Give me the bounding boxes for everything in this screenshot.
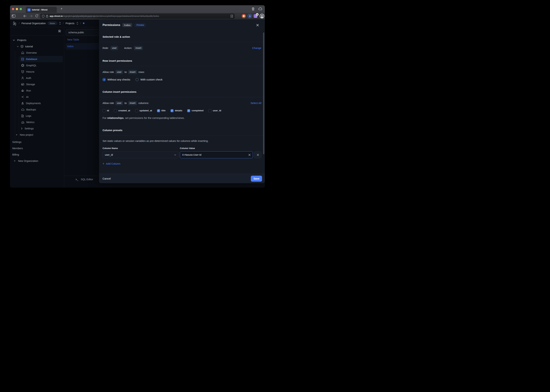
back-icon[interactable] bbox=[23, 14, 27, 18]
project-switcher-chevrons-icon[interactable] bbox=[77, 22, 78, 25]
radio-custom-check[interactable]: With custom check bbox=[135, 78, 162, 81]
checkbox-id[interactable]: ✓ id bbox=[103, 109, 109, 112]
schema-select-value: schema.public bbox=[68, 31, 84, 34]
new-project-button[interactable]: + New project bbox=[10, 132, 64, 138]
radio-label: With custom check bbox=[140, 78, 162, 81]
section-heading-column-presets: Column presets bbox=[99, 124, 265, 135]
sidebar-item-metrics[interactable]: Metrics bbox=[20, 119, 63, 125]
add-column-label: Add Column bbox=[106, 162, 121, 165]
sidebar-item-backups[interactable]: Backups bbox=[20, 106, 63, 113]
sidebar-group-label: Projects bbox=[17, 39, 26, 42]
sidebar-item-graphql[interactable]: GraphQL bbox=[20, 62, 63, 69]
minimize-window-button[interactable] bbox=[16, 8, 18, 10]
permissions-drawer: Permissions todos Preview Selected role … bbox=[99, 20, 265, 183]
sidebar-item-deployments[interactable]: Deployments bbox=[20, 100, 63, 106]
sidebar-item-storage[interactable]: Storage bbox=[20, 81, 63, 87]
unpin-sidebar-icon[interactable] bbox=[58, 29, 61, 33]
trash-icon[interactable] bbox=[251, 7, 255, 11]
action-chip: insert bbox=[128, 101, 137, 105]
browser-tab[interactable]: n tutorial - Nhost bbox=[26, 7, 57, 13]
gauge-icon bbox=[21, 121, 24, 124]
sidebar-item-run[interactable]: Run bbox=[20, 87, 63, 94]
breadcrumb-projects[interactable]: Projects bbox=[66, 22, 75, 25]
drawer-scrollbar[interactable] bbox=[263, 32, 264, 154]
sidebar-item-database[interactable]: Database bbox=[20, 56, 63, 62]
sidebar-tree: Projects tutorial Overview Database bbox=[10, 35, 64, 164]
privacy-lock-extension-icon[interactable] bbox=[248, 14, 252, 18]
forward-icon[interactable] bbox=[29, 14, 33, 18]
column-name-select[interactable]: user_id bbox=[103, 151, 178, 158]
radio-without-checks[interactable]: Without any checks bbox=[103, 78, 130, 81]
save-button[interactable]: Save bbox=[251, 176, 262, 182]
extension-badge: 6 bbox=[256, 13, 258, 16]
sidebar-item-label: Settings bbox=[25, 127, 34, 130]
sidebar-item-label: Hasura bbox=[26, 70, 34, 73]
sidebar: Projects tutorial Overview Database bbox=[10, 27, 64, 188]
column-name-label: Column Name bbox=[103, 147, 180, 150]
clear-input-icon[interactable] bbox=[248, 154, 251, 156]
checkbox-updated-at[interactable]: ✓ updated_at bbox=[135, 109, 152, 112]
sidebar-item-billing[interactable]: Billing bbox=[10, 152, 64, 158]
sidebar-item-project-settings[interactable]: Settings bbox=[10, 125, 64, 132]
sidebar-project-tutorial[interactable]: tutorial bbox=[10, 43, 64, 50]
checkbox-label: details bbox=[175, 109, 182, 112]
preview-badge: Preview bbox=[134, 23, 146, 27]
nhost-logo-icon[interactable] bbox=[13, 21, 17, 26]
checkbox-icon: ✓ bbox=[135, 109, 138, 112]
url-host: app.nhost.io bbox=[50, 15, 63, 17]
sidebar-item-label: Storage bbox=[26, 83, 35, 86]
org-switcher-chevrons-icon[interactable] bbox=[59, 22, 61, 25]
cancel-button[interactable]: Cancel bbox=[103, 177, 111, 180]
checkbox-details[interactable]: ✓ details bbox=[171, 109, 182, 112]
sidebar-item-overview[interactable]: Overview bbox=[20, 50, 63, 56]
sidebar-item-hasura[interactable]: Hasura bbox=[20, 69, 63, 75]
url-bar[interactable]: app.nhost.io/orgs/ykmujwrjdyoebkjsbcpp/p… bbox=[40, 14, 235, 19]
sidebar-item-members[interactable]: Members bbox=[10, 145, 64, 152]
checkbox-completed[interactable]: ✓ completed bbox=[187, 109, 203, 112]
change-link[interactable]: Change bbox=[252, 46, 261, 50]
table-list-item-todos[interactable]: todos bbox=[66, 43, 103, 50]
reload-icon[interactable] bbox=[35, 14, 38, 18]
profile-avatar[interactable] bbox=[260, 14, 264, 18]
table-chip: todos bbox=[122, 23, 132, 27]
column-value-input[interactable]: X-Hasura-User-Id bbox=[180, 151, 253, 158]
drawer-footer: Cancel Save bbox=[99, 174, 265, 183]
breadcrumb-org[interactable]: Personal Organization bbox=[21, 22, 46, 25]
checkbox-label: completed bbox=[192, 109, 203, 112]
chevron-down-icon bbox=[17, 46, 19, 47]
sparkles-icon bbox=[21, 96, 24, 98]
duckduckgo-extension-icon[interactable] bbox=[242, 14, 246, 18]
checkbox-title[interactable]: ✓ title bbox=[157, 109, 166, 112]
sidebar-item-auth[interactable]: Auth bbox=[20, 75, 63, 81]
close-window-button[interactable] bbox=[12, 8, 14, 10]
bookmark-icon[interactable] bbox=[231, 15, 233, 18]
select-all-link[interactable]: Select All bbox=[251, 102, 261, 105]
remove-preset-button[interactable] bbox=[254, 151, 261, 158]
checkbox-user-id[interactable]: ✓ user_id bbox=[209, 109, 221, 112]
zoom-window-button[interactable] bbox=[20, 8, 22, 10]
close-icon[interactable] bbox=[256, 24, 259, 27]
checkbox-created-at[interactable]: ✓ created_at bbox=[114, 109, 130, 112]
sidebar-item-label: Run bbox=[26, 89, 31, 92]
terminal-icon: >_ bbox=[76, 178, 78, 181]
sidebar-item-ai[interactable]: AI bbox=[20, 94, 63, 100]
sidebar-item-settings[interactable]: Settings bbox=[10, 139, 64, 145]
checkbox-label: user_id bbox=[213, 109, 221, 112]
tracking-shield-icon[interactable] bbox=[42, 15, 44, 18]
sidebar-item-logs[interactable]: Logs bbox=[20, 113, 63, 119]
schema-select[interactable]: schema.public bbox=[66, 29, 103, 36]
add-column-button[interactable]: + Add Column bbox=[103, 162, 261, 165]
docker-ship-icon bbox=[21, 89, 24, 92]
sidebar-item-label: Metrics bbox=[26, 121, 35, 124]
sidebar-toggle-icon[interactable] bbox=[12, 14, 15, 18]
new-tab-button[interactable]: + bbox=[59, 7, 64, 11]
new-organization-button[interactable]: + New Organization bbox=[10, 158, 64, 164]
radio-icon bbox=[103, 78, 106, 81]
action-label: Action: bbox=[124, 46, 132, 50]
relationships-note: For relationships, set permissions for t… bbox=[103, 116, 261, 119]
sidebar-item-label: Logs bbox=[26, 114, 31, 117]
role-chip: user bbox=[115, 101, 123, 105]
new-table-button[interactable]: New Table bbox=[67, 37, 79, 42]
sidebar-group-projects[interactable]: Projects bbox=[10, 37, 64, 43]
cloud-tabs-icon[interactable] bbox=[258, 7, 262, 11]
